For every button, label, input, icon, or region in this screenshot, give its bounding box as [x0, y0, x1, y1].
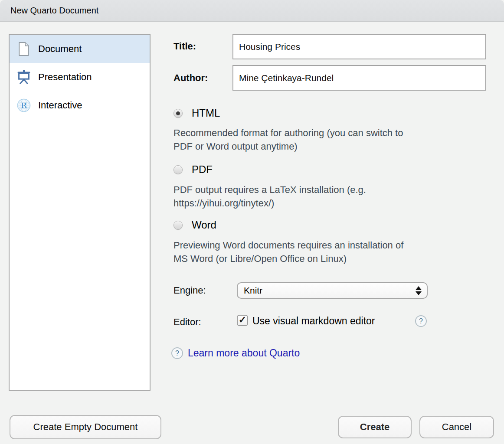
author-label: Author: [173, 72, 208, 84]
create-empty-document-label: Create Empty Document [33, 421, 138, 433]
create-label: Create [360, 421, 389, 433]
sidebar-item-label: Presentation [38, 72, 92, 83]
format-description-pdf: PDF output requires a LaTeX installation… [173, 183, 483, 210]
sidebar-item-label: Document [38, 43, 82, 55]
presentation-icon [16, 70, 31, 84]
learn-more-link[interactable]: Learn more about Quarto [188, 347, 300, 359]
title-input[interactable] [232, 34, 486, 59]
template-list-panel: Document Presentation R Interact [9, 34, 151, 391]
learn-more-link-row[interactable]: ? Learn more about Quarto [171, 347, 300, 359]
format-radio-pdf[interactable]: PDF [173, 163, 213, 176]
sidebar-item-label: Interactive [38, 100, 82, 111]
cancel-label: Cancel [442, 421, 471, 433]
visual-editor-checkbox-label[interactable]: Use visual markdown editor [252, 315, 375, 327]
format-label-pdf: PDF [192, 163, 213, 176]
format-description-html: Recommended format for authoring (you ca… [173, 126, 483, 153]
create-empty-document-button[interactable]: Create Empty Document [10, 415, 161, 439]
radio-button-icon[interactable] [173, 109, 183, 118]
format-radio-html[interactable]: HTML [173, 107, 220, 119]
format-description-word: Previewing Word documents requires an in… [173, 238, 483, 265]
radio-button-icon[interactable] [173, 221, 183, 230]
visual-editor-help-icon[interactable]: ? [415, 315, 427, 327]
engine-selected-value: Knitr [244, 285, 416, 296]
format-radio-word[interactable]: Word [173, 219, 216, 231]
dialog-title: New Quarto Document [10, 6, 98, 16]
create-button[interactable]: Create [338, 416, 412, 438]
visual-editor-checkbox[interactable]: ✓ [237, 315, 248, 326]
author-input[interactable] [232, 65, 486, 91]
checkmark-icon: ✓ [239, 315, 246, 325]
engine-label: Engine: [173, 285, 206, 296]
editor-label: Editor: [173, 317, 201, 328]
question-icon: ? [171, 347, 183, 359]
r-letter: R [21, 101, 27, 110]
cancel-button[interactable]: Cancel [419, 416, 494, 438]
document-icon [16, 42, 31, 56]
radio-button-icon[interactable] [173, 165, 183, 174]
format-label-word: Word [192, 219, 216, 231]
radio-dot [176, 111, 180, 115]
sidebar-item-document[interactable]: Document [10, 35, 150, 63]
format-label-html: HTML [192, 107, 220, 119]
select-arrows-icon [416, 286, 422, 295]
dialog-titlebar: New Quarto Document [0, 0, 504, 22]
title-label: Title: [173, 41, 196, 52]
engine-select[interactable]: Knitr [237, 282, 428, 299]
sidebar-item-presentation[interactable]: Presentation [10, 63, 150, 91]
interactive-r-icon: R [16, 98, 31, 112]
sidebar-item-interactive[interactable]: R Interactive [10, 91, 150, 119]
